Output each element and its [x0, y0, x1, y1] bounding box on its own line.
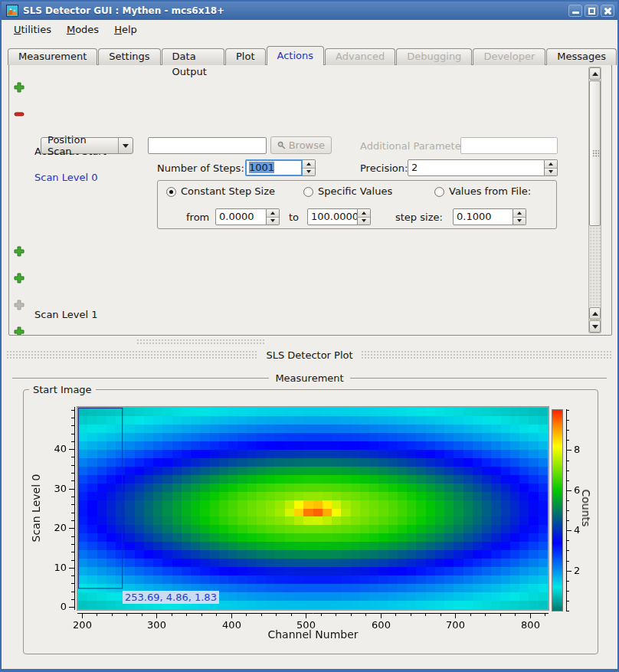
scroll-up-button[interactable] — [589, 67, 601, 80]
measurement-group-title: Measurement — [269, 372, 349, 384]
tab-plot[interactable]: Plot — [225, 48, 266, 65]
spin-down-icon[interactable] — [545, 169, 557, 176]
from-label: from — [186, 211, 209, 223]
constant-step-size-label[interactable]: Constant Step Size — [181, 185, 275, 197]
spin-arrows[interactable] — [545, 159, 558, 176]
to-value[interactable]: 100.0000 — [307, 208, 358, 225]
actions-pane: Action at Start Scan Level 0 Position Sc… — [8, 64, 612, 336]
chevron-down-icon — [118, 138, 133, 153]
plot-dock-title: SLS Detector Plot — [258, 349, 360, 361]
to-label: to — [289, 211, 299, 223]
scan-mode-value: Position Scan — [41, 134, 118, 157]
spin-up-icon[interactable] — [358, 209, 370, 218]
spin-up-icon[interactable] — [267, 209, 279, 218]
from-value[interactable]: 0.0000 — [215, 208, 267, 225]
close-button[interactable] — [601, 5, 614, 17]
step-size-spinbox[interactable]: 0.1000 — [453, 208, 526, 225]
tab-data-output[interactable]: Data Output — [162, 48, 224, 65]
values-from-file-radio[interactable] — [434, 187, 444, 197]
tab-developer: Developer — [473, 48, 545, 65]
tab-messages[interactable]: Messages — [546, 48, 617, 65]
to-spinbox[interactable]: 100.0000 — [307, 208, 371, 225]
additional-parameter-input — [460, 137, 558, 154]
spin-up-icon[interactable] — [545, 160, 557, 169]
cursor-position-readout: 253.69, 4.86, 1.83 — [123, 591, 219, 604]
specific-values-radio[interactable] — [303, 187, 313, 197]
start-image-group-title: Start Image — [29, 384, 96, 395]
minimize-button[interactable] — [568, 5, 582, 17]
expand-plus-icon[interactable] — [14, 246, 25, 257]
maximize-button[interactable] — [585, 5, 598, 17]
tab-debugging: Debugging — [396, 48, 472, 65]
minimize-icon — [572, 11, 579, 14]
precision-spinbox[interactable]: 2 — [408, 159, 558, 176]
from-spinbox[interactable]: 0.0000 — [215, 208, 280, 225]
x-axis-title: Channel Number — [78, 628, 548, 641]
tab-measurement[interactable]: Measurement — [8, 48, 97, 65]
measurement-group-header: Measurement — [12, 372, 607, 384]
colorbar-title: Counts — [580, 490, 592, 527]
window-title: SLS Detector GUI : Mythen - mcs6x18+ — [23, 5, 224, 16]
title-bar[interactable]: SLS Detector GUI : Mythen - mcs6x18+ — [2, 2, 617, 20]
precision-value[interactable]: 2 — [408, 159, 545, 176]
menu-modes[interactable]: Modes — [59, 21, 106, 38]
dock-handle-dots — [6, 350, 258, 359]
spin-down-icon[interactable] — [303, 169, 315, 176]
constant-step-size-radio[interactable] — [166, 187, 176, 197]
precision-label: Precision: — [360, 162, 408, 174]
plot-dock-titlebar[interactable]: SLS Detector Plot — [6, 348, 613, 362]
expand-plus-icon[interactable] — [14, 273, 25, 284]
scroll-up-button-2[interactable] — [589, 307, 601, 320]
values-from-file-label[interactable]: Values from File: — [449, 185, 531, 197]
spin-down-icon[interactable] — [513, 218, 526, 225]
expand-plus-icon[interactable] — [14, 82, 25, 93]
browse-label: Browse — [289, 139, 325, 151]
app-icon — [6, 5, 18, 17]
tab-advanced: Advanced — [325, 48, 395, 65]
scan-script-input[interactable] — [148, 137, 267, 154]
expand-plus-icon-disabled — [14, 300, 25, 310]
tab-actions[interactable]: Actions — [267, 46, 325, 65]
specific-values-label[interactable]: Specific Values — [318, 185, 392, 197]
step-size-value[interactable]: 0.1000 — [453, 208, 513, 225]
expand-plus-icon[interactable] — [14, 326, 25, 336]
spin-up-icon[interactable] — [513, 209, 526, 218]
number-of-steps-label: Number of Steps: — [157, 162, 244, 174]
scan-mode-select[interactable]: Position Scan — [41, 137, 133, 154]
dock-handle-dots — [361, 350, 613, 359]
maximize-icon — [588, 8, 595, 15]
step-range-group: Constant Step Size Specific Values Value… — [157, 180, 557, 229]
menu-utilities[interactable]: Utilities — [6, 21, 59, 38]
spin-down-icon[interactable] — [358, 218, 370, 225]
scrollbar-thumb[interactable] — [589, 80, 601, 226]
tab-settings[interactable]: Settings — [98, 48, 160, 65]
collapse-minus-icon[interactable] — [14, 109, 25, 120]
step-size-label: step size: — [395, 211, 443, 223]
additional-parameter-label: Additional Parameter: — [360, 140, 468, 152]
browse-button: Browse — [270, 136, 332, 154]
app-window: SLS Detector GUI : Mythen - mcs6x18+ Uti… — [0, 0, 619, 672]
measurement-heatmap[interactable] — [26, 397, 602, 653]
vertical-scrollbar[interactable] — [588, 67, 601, 333]
y-axis-title: Scan Level 0 — [30, 474, 42, 543]
magnifier-icon — [277, 140, 286, 150]
scan-level-1-label[interactable]: Scan Level 1 — [34, 309, 97, 320]
spin-up-icon[interactable] — [303, 160, 315, 169]
number-of-steps-spinbox[interactable]: 1001 — [245, 159, 316, 176]
number-of-steps-value[interactable]: 1001 — [249, 162, 274, 173]
scroll-down-button[interactable] — [589, 320, 601, 333]
spin-down-icon[interactable] — [267, 218, 279, 225]
scan-level-0-label[interactable]: Scan Level 0 — [34, 172, 97, 183]
tab-bar: MeasurementSettingsData OutputPlotAction… — [8, 46, 617, 65]
grip-dots-icon — [592, 149, 599, 157]
splitter-handle[interactable] — [136, 339, 265, 345]
spin-arrows[interactable] — [303, 159, 316, 176]
menu-help[interactable]: Help — [106, 21, 145, 38]
menu-bar: UtilitiesModesHelp — [2, 21, 617, 38]
